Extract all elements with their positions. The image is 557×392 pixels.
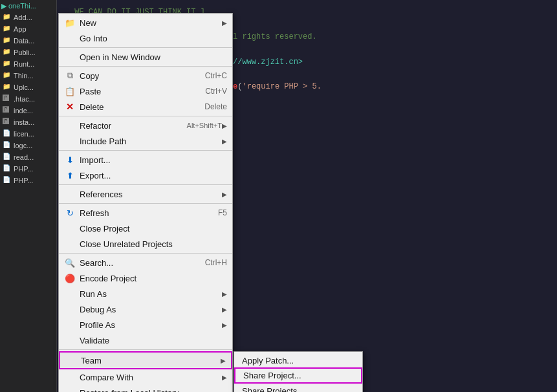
paste-icon: 📋 xyxy=(64,85,76,97)
sidebar-item-label: PHP... xyxy=(14,165,33,173)
menu-item-paste[interactable]: 📋 Paste Ctrl+V xyxy=(59,83,232,99)
encode-icon: 🔴 xyxy=(64,272,76,284)
sidebar-readme-item[interactable]: 📄 read... xyxy=(0,151,56,163)
submenu-item-share-projects[interactable]: Share Projects... xyxy=(234,384,362,392)
file-icon: 📄 xyxy=(3,141,12,150)
submenu-arrow-new: ▶ xyxy=(222,19,227,27)
menu-item-references[interactable]: References ▶ xyxy=(59,186,232,202)
menu-item-search[interactable]: 🔍 Search... Ctrl+H xyxy=(59,255,232,270)
project-root-label: oneThi... xyxy=(8,2,36,10)
refresh-icon: ↻ xyxy=(64,207,76,219)
submenu-item-apply-patch[interactable]: Apply Patch... xyxy=(234,353,362,367)
file-icon: 🅿 xyxy=(3,106,12,115)
file-tree-sidebar: ▶ oneThi... 📁 Add... 📁 App 📁 Data... 📁 P… xyxy=(0,0,57,392)
sidebar-app-item[interactable]: 📁 App xyxy=(0,23,56,35)
folder-icon: 📁 xyxy=(3,25,12,34)
copy-icon: ⧉ xyxy=(64,70,76,82)
run-icon xyxy=(64,288,76,299)
sidebar-php1-item[interactable]: 📄 PHP... xyxy=(0,163,56,175)
team-menu-wrapper: Team ▶ Apply Patch... Share Project... S… xyxy=(59,351,232,369)
submenu-arrow-references: ▶ xyxy=(222,191,227,198)
folder-icon: 📁 xyxy=(3,36,12,45)
sidebar-htaccess-item[interactable]: 🅿 .htac... xyxy=(0,93,56,105)
sidebar-item-label: insta... xyxy=(14,118,34,126)
sidebar-item-label: App xyxy=(14,25,27,33)
new-icon: 📁 xyxy=(64,17,76,28)
debug-icon xyxy=(64,303,76,315)
sidebar-license-item[interactable]: 📄 licen... xyxy=(0,128,56,140)
sidebar-item-label: licen... xyxy=(14,130,34,138)
menu-item-encode-project[interactable]: 🔴 Encode Project xyxy=(59,270,232,286)
project-root-icon: ▶ xyxy=(1,2,6,10)
menu-item-restore-local[interactable]: Restore from Local History... xyxy=(59,385,232,392)
separator-7 xyxy=(59,253,232,254)
submenu-arrow-compare: ▶ xyxy=(222,374,227,381)
sidebar-install-item[interactable]: 🅿 insta... xyxy=(0,116,56,128)
sidebar-item-label: Uplc... xyxy=(14,83,34,91)
menu-item-refresh[interactable]: ↻ Refresh F5 xyxy=(59,205,232,221)
references-icon xyxy=(64,188,76,200)
menu-item-close-project[interactable]: Close Project xyxy=(59,221,232,236)
menu-item-copy[interactable]: ⧉ Copy Ctrl+C xyxy=(59,68,232,83)
separator-2 xyxy=(59,66,232,67)
context-menu: 📁 New ▶ Go Into Open in New Window ⧉ Cop… xyxy=(58,13,233,392)
menu-item-include-path[interactable]: Include Path ▶ xyxy=(59,133,232,149)
sidebar-item-label: inde... xyxy=(14,107,33,114)
submenu-arrow-run: ▶ xyxy=(222,290,227,298)
sidebar-runtime-item[interactable]: 📁 Runt... xyxy=(0,58,56,70)
menu-item-go-into[interactable]: Go Into xyxy=(59,30,232,46)
menu-item-delete[interactable]: ✕ Delete Delete xyxy=(59,99,232,114)
separator-8 xyxy=(59,349,232,350)
sidebar-think-item[interactable]: 📁 Thin... xyxy=(0,70,56,82)
menu-item-close-unrelated[interactable]: Close Unrelated Projects xyxy=(59,236,232,252)
team-icon xyxy=(65,354,77,366)
file-icon: 📄 xyxy=(3,153,12,162)
menu-item-debug-as[interactable]: Debug As ▶ xyxy=(59,301,232,317)
menu-item-refactor[interactable]: Refactor Alt+Shift+T ▶ xyxy=(59,118,232,133)
menu-item-open-new-window[interactable]: Open in New Window xyxy=(59,49,232,65)
sidebar-item-label: Data... xyxy=(14,37,34,45)
menu-item-run-as[interactable]: Run As ▶ xyxy=(59,286,232,301)
menu-item-import[interactable]: ⬇ Import... xyxy=(59,152,232,168)
file-icon: 📄 xyxy=(3,176,12,185)
file-icon: 📄 xyxy=(3,164,12,173)
folder-icon: 📁 xyxy=(3,83,12,92)
menu-item-compare-with[interactable]: Compare With ▶ xyxy=(59,369,232,385)
sidebar-index-item[interactable]: 🅿 inde... xyxy=(0,105,56,116)
submenu-arrow-profile: ▶ xyxy=(222,321,227,329)
menu-item-validate[interactable]: Validate xyxy=(59,332,232,348)
restore-icon xyxy=(64,387,76,392)
sidebar-log-item[interactable]: 📄 logc... xyxy=(0,140,56,151)
go-into-icon xyxy=(64,32,76,44)
folder-icon: 📁 xyxy=(3,71,12,80)
sidebar-item-label: .htac... xyxy=(14,95,35,103)
sidebar-data-item[interactable]: 📁 Data... xyxy=(0,35,56,47)
submenu-arrow-team: ▶ xyxy=(221,357,226,364)
sidebar-item-label: read... xyxy=(14,153,34,161)
menu-item-profile-as[interactable]: Profile As ▶ xyxy=(59,317,232,332)
sidebar-item-label: PHP... xyxy=(14,177,33,184)
close-unrelated-icon xyxy=(64,238,76,250)
sidebar-public-item[interactable]: 📁 Publi... xyxy=(0,47,56,58)
submenu-arrow-debug: ▶ xyxy=(222,306,227,313)
sidebar-add-item[interactable]: 📁 Add... xyxy=(0,12,56,23)
sidebar-item-label: Runt... xyxy=(14,60,34,68)
compare-icon xyxy=(64,371,76,383)
menu-item-team[interactable]: Team ▶ xyxy=(59,351,232,369)
separator-1 xyxy=(59,47,232,48)
sidebar-item-label: Thin... xyxy=(14,72,34,80)
validate-icon xyxy=(64,334,76,346)
menu-item-export[interactable]: ⬆ Export... xyxy=(59,168,232,183)
submenu-item-share-project[interactable]: Share Project... xyxy=(234,367,362,384)
export-icon: ⬆ xyxy=(64,169,76,181)
folder-icon: 📁 xyxy=(3,48,12,57)
separator-5 xyxy=(59,184,232,185)
file-icon: 🅿 xyxy=(3,118,12,127)
sidebar-php2-item[interactable]: 📄 PHP... xyxy=(0,175,56,186)
file-icon: 🅿 xyxy=(3,94,12,103)
team-submenu: Apply Patch... Share Project... Share Pr… xyxy=(234,351,363,392)
menu-item-new[interactable]: 📁 New ▶ xyxy=(59,15,232,30)
submenu-arrow-include: ▶ xyxy=(222,138,227,145)
refactor-icon xyxy=(64,120,76,131)
sidebar-upload-item[interactable]: 📁 Uplc... xyxy=(0,82,56,93)
